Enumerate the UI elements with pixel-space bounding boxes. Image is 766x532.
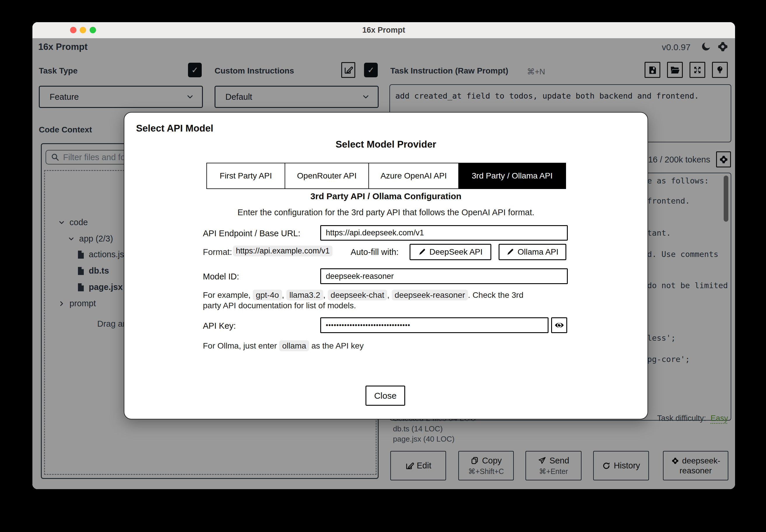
api-key-input[interactable] [320, 317, 548, 333]
ollama-note: For Ollma, just enter ollama as the API … [203, 341, 364, 351]
autofill-ollama-label: Ollama API [517, 247, 558, 257]
model-id-input[interactable] [320, 268, 568, 284]
model-id-help: For example, gpt-4o, llama3.2, deepseek-… [203, 290, 534, 311]
provider-tabs: First Party API OpenRouter API Azure Ope… [207, 163, 566, 189]
dialog-title: Select API Model [136, 123, 214, 134]
tab-3rd-party-ollama-api[interactable]: 3rd Party / Ollama API [458, 163, 565, 188]
ollama-note-prefix: For Ollma, just enter [203, 341, 277, 350]
prompt-preview-line: e as follows: [647, 176, 709, 185]
sep: , [323, 291, 326, 300]
prompt-preview-line: do not be limited [647, 281, 728, 290]
example-chip: gpt-4o [253, 290, 282, 300]
model-id-label: Model ID: [203, 272, 239, 281]
autofill-ollama-button[interactable]: Ollama API [498, 244, 566, 260]
api-key-label: API Key: [203, 321, 236, 331]
prompt-preview-line: tant. [647, 228, 671, 237]
example-chip: llama3.2 [286, 290, 323, 300]
format-label: Format: [203, 247, 232, 257]
autofill-deepseek-button[interactable]: DeepSeek API [410, 244, 491, 260]
config-subtitle: Enter the configuration for the 3rd part… [124, 208, 648, 217]
format-example: https://api.example.com/v1 [233, 246, 333, 256]
tab-openrouter-api[interactable]: OpenRouter API [285, 163, 368, 188]
endpoint-input[interactable] [320, 225, 568, 241]
endpoint-label: API Endpoint / Base URL: [203, 229, 300, 238]
prompt-preview-line: frontend. [647, 196, 690, 205]
provider-heading: Select Model Provider [124, 139, 648, 150]
examples-prefix: For example, [203, 291, 251, 300]
reveal-api-key-button[interactable] [551, 317, 567, 333]
prompt-preview-line: d. Use comments [647, 250, 718, 259]
autofill-deepseek-label: DeepSeek API [429, 247, 482, 257]
config-heading: 3rd Party API / Ollama Configuration [124, 191, 648, 201]
autofill-label: Auto-fill with: [351, 247, 398, 257]
example-chip: deepseek-chat [328, 290, 387, 300]
sep: , [282, 291, 284, 300]
example-chip: deepseek-reasoner [392, 290, 468, 300]
tab-first-party-api[interactable]: First Party API [207, 163, 285, 188]
pen-icon [506, 248, 514, 256]
sep: , [387, 291, 389, 300]
eye-icon [554, 320, 564, 330]
app-content: 16x Prompt v0.0.97 Task Type ✓ Feature C… [32, 38, 735, 489]
select-api-model-dialog: Select API Model Select Model Provider F… [124, 112, 648, 419]
pen-icon [418, 248, 426, 256]
app-window: 16x Prompt 16x Prompt v0.0.97 Task Type … [32, 22, 735, 489]
tab-azure-openai-api[interactable]: Azure OpenAI API [368, 163, 458, 188]
prompt-preview-line: less'; [647, 333, 676, 342]
close-dialog-button[interactable]: Close [366, 386, 405, 406]
window-title: 16x Prompt [32, 22, 735, 38]
ollama-chip: ollama [279, 340, 309, 351]
titlebar: 16x Prompt [32, 22, 735, 39]
ollama-note-suffix: as the API key [312, 341, 364, 350]
prompt-preview-line: pg-core'; [647, 355, 690, 364]
